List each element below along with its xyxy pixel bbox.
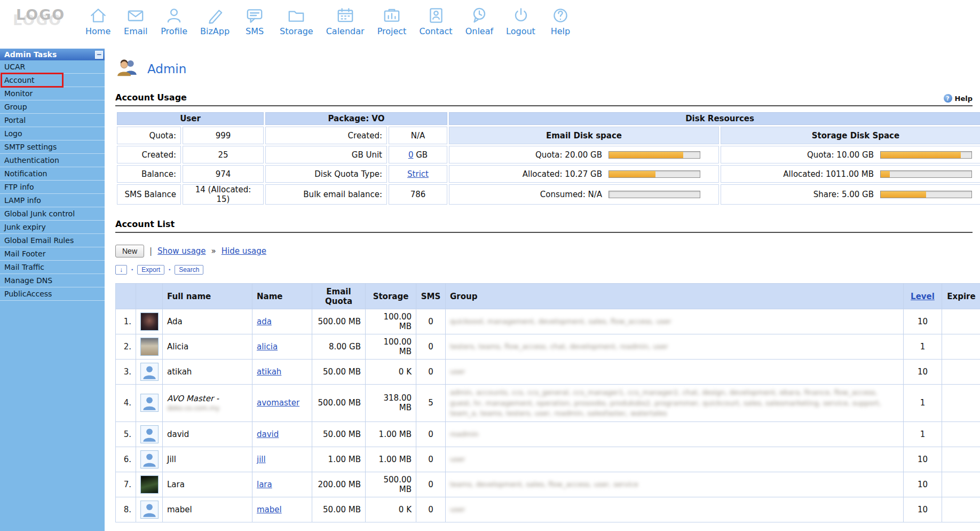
nav-item-calendar[interactable]: Calendar [326, 5, 365, 36]
account-link[interactable]: lara [257, 480, 272, 489]
contact-card-icon [426, 5, 446, 26]
fullname-cell: mabel [163, 497, 252, 522]
nav-item-onleaf[interactable]: Onleaf [465, 5, 493, 36]
top-navigation: Home Email Profile BizApp SMS Storage Ca… [85, 0, 573, 36]
package-created-label: Created: [265, 127, 387, 144]
sidebar-header: Admin Tasks − [0, 49, 105, 60]
clock-chat-icon [469, 5, 489, 26]
avatar-person-icon [140, 425, 159, 443]
gb-unit-value: 0 GB [389, 146, 447, 163]
help-link[interactable]: ? Help [944, 94, 973, 103]
sidebar-item-junk-expiry[interactable]: Junk expiry [0, 221, 105, 234]
fullname-cell: Jill [163, 447, 252, 472]
sms-bubble-icon [244, 5, 265, 26]
sidebar-item-group[interactable]: Group [0, 100, 105, 114]
nav-item-project[interactable]: Project [377, 5, 407, 36]
user-balance-label: Balance: [117, 165, 181, 183]
nav-item-home[interactable]: Home [85, 5, 110, 36]
sidebar-item-logo[interactable]: Logo [0, 127, 105, 140]
home-icon [88, 5, 108, 26]
search-button[interactable]: Search [175, 265, 203, 275]
list-tools-row: ↓ • Export • Search [115, 265, 973, 275]
group-list-blurred: user [450, 366, 465, 377]
avatar-person-icon [140, 450, 159, 468]
main-content: Admin Account Usage ? Help User Package:… [105, 49, 980, 531]
sidebar-item-authentication[interactable]: Authentication [0, 154, 105, 167]
sidebar-item-smtp-settings[interactable]: SMTP settings [0, 140, 105, 154]
sidebar-item-ftp-info[interactable]: FTP info [0, 181, 105, 194]
gb-unit-link[interactable]: 0 [408, 150, 414, 160]
account-link[interactable]: alicia [257, 342, 278, 352]
account-link[interactable]: atikah [257, 367, 281, 377]
disk-resources-header: Disk Resources [449, 112, 980, 125]
disk-quota-type-link[interactable]: Strict [407, 169, 429, 179]
sidebar-item-lamp-info[interactable]: LAMP info [0, 194, 105, 207]
account-link[interactable]: ada [257, 317, 272, 326]
email-icon [125, 5, 146, 26]
fullname-note-blurred: deko.co.com.my [167, 404, 248, 412]
show-usage-link[interactable]: Show usage [157, 246, 206, 256]
nav-item-storage[interactable]: Storage [280, 5, 313, 36]
fullname-cell: atikah [163, 360, 252, 385]
sidebar-item-publicaccess[interactable]: PublicAccess [0, 287, 105, 301]
sidebar-item-monitor[interactable]: Monitor [0, 87, 105, 100]
nav-item-sms[interactable]: SMS [242, 5, 267, 36]
sidebar-item-account[interactable]: Account [0, 74, 105, 87]
level-sort-link[interactable]: Level [911, 292, 935, 301]
nav-item-logout[interactable]: Logout [506, 5, 535, 36]
sms-balance-value: 14 (Allocated: 15) [183, 184, 264, 205]
user-quota-value: 999 [183, 127, 264, 144]
calendar-icon [335, 5, 355, 26]
table-header-row: Full name Name Email Quota Storage SMS G… [116, 284, 980, 309]
sidebar-item-mail-footer[interactable]: Mail Footer [0, 247, 105, 261]
separator-dot: • [131, 267, 133, 272]
storage-share-progress-bar [880, 191, 972, 198]
sidebar-item-manage-dns[interactable]: Manage DNS [0, 274, 105, 287]
account-link[interactable]: avomaster [257, 398, 299, 408]
sort-button[interactable]: ↓ [115, 265, 127, 275]
email-allocated-progress-bar [608, 170, 700, 178]
user-quota-label: Quota: [117, 127, 181, 144]
group-list-blurred: roadmin [450, 429, 479, 440]
col-email-quota: Email Quota [312, 284, 366, 309]
fullname-cell: david [163, 421, 252, 447]
email-disk-space-header: Email Disk space [449, 127, 719, 144]
avatar-photo [140, 313, 159, 331]
sidebar-item-global-email-rules[interactable]: Global Email Rules [0, 234, 105, 247]
email-allocated-bar-label: Allocated: 10.27 GB [523, 169, 602, 179]
col-level: Level [904, 284, 942, 309]
separator-pipe: | [149, 246, 152, 256]
account-link[interactable]: mabel [257, 505, 282, 514]
account-list-header: Account List [115, 219, 973, 233]
account-usage-table: User Package: VO Disk Resources Quota: 9… [115, 111, 980, 206]
nav-item-help[interactable]: Help [548, 5, 573, 36]
collapse-button[interactable]: − [95, 51, 103, 59]
storage-disk-space-header: Storage Disk Space [721, 127, 980, 144]
new-button[interactable]: New [115, 245, 144, 257]
question-circle-icon [550, 5, 571, 26]
email-consumed-bar-label: Consumed: N/A [540, 190, 602, 199]
project-icon [382, 5, 402, 26]
fullname-cell: Alicia [163, 334, 252, 360]
nav-item-email[interactable]: Email [123, 5, 148, 36]
account-link[interactable]: jill [257, 455, 266, 464]
sidebar-item-notification[interactable]: Notification [0, 167, 105, 181]
hide-usage-link[interactable]: Hide usage [222, 246, 266, 256]
sidebar-item-portal[interactable]: Portal [0, 114, 105, 127]
account-usage-header: Account Usage ? Help [115, 92, 973, 106]
nav-item-bizapp[interactable]: BizApp [200, 5, 230, 36]
profile-icon [164, 5, 184, 26]
sidebar-item-global-junk-control[interactable]: Global Junk control [0, 207, 105, 221]
nav-item-profile[interactable]: Profile [161, 5, 187, 36]
sidebar-item-mail-traffic[interactable]: Mail Traffic [0, 261, 105, 274]
disk-quota-type-label: Disk Quota Type: [265, 165, 387, 183]
storage-allocated-cell: Allocated: 1011.00 MB [721, 165, 980, 183]
export-button[interactable]: Export [137, 265, 164, 275]
account-link[interactable]: david [257, 430, 279, 439]
user-group-header: User [117, 112, 264, 125]
nav-item-contact[interactable]: Contact [419, 5, 452, 36]
sidebar-item-ucar[interactable]: UCAR [0, 60, 105, 74]
gb-unit-label: GB Unit [265, 146, 387, 163]
disk-quota-type-value: Strict [389, 165, 447, 183]
email-consumed-cell: Consumed: N/A [449, 184, 719, 205]
